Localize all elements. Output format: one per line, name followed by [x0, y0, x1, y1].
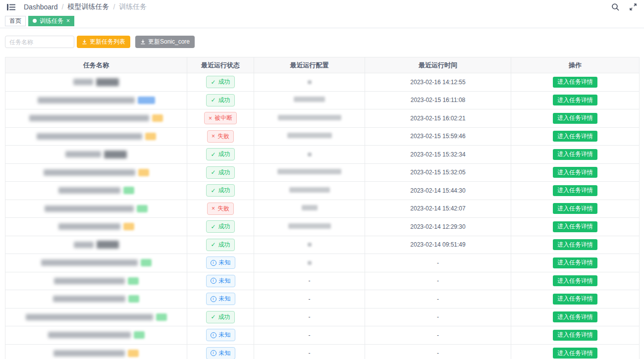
- success-status-icon: ✓: [211, 187, 215, 194]
- enter-task-details-button[interactable]: 进入任务详情: [553, 311, 597, 322]
- tab-close-icon[interactable]: ×: [66, 18, 70, 24]
- last-run-time: 2023-02-15 16:02:21: [365, 109, 511, 128]
- fullscreen-icon[interactable]: [628, 2, 638, 12]
- column-header-task-name: 任务名称: [5, 57, 187, 73]
- enter-task-details-button[interactable]: 进入任务详情: [553, 239, 597, 250]
- status-label: 失败: [217, 132, 229, 141]
- task-name-search-input[interactable]: [5, 36, 74, 48]
- enter-task-details-button[interactable]: 进入任务详情: [553, 77, 597, 88]
- status-label: 成功: [218, 186, 230, 195]
- redacted-task-name: [37, 133, 142, 140]
- task-tag-green: [156, 313, 167, 321]
- action-cell: 进入任务详情: [511, 127, 640, 146]
- config-cell: [254, 254, 365, 272]
- unknown-status-icon: i: [211, 260, 216, 266]
- enter-task-details-button[interactable]: 进入任务详情: [553, 294, 597, 305]
- breadcrumb-model-training[interactable]: 模型训练任务: [67, 2, 109, 11]
- interrupted-status-icon: ×: [209, 115, 212, 122]
- redacted-task-name: [58, 223, 120, 230]
- search-icon[interactable]: [610, 2, 620, 12]
- status-badge-failed: ×失败: [207, 130, 234, 143]
- unknown-status-icon: i: [211, 278, 216, 284]
- redacted-config: [308, 153, 312, 156]
- last-run-time: -: [365, 326, 511, 345]
- unknown-status-icon: i: [211, 350, 216, 356]
- enter-task-details-button[interactable]: 进入任务详情: [553, 113, 597, 124]
- config-cell: -: [254, 308, 365, 326]
- config-cell: [254, 109, 365, 128]
- update-sonic-core-button[interactable]: 更新Sonic_core: [135, 36, 195, 48]
- update-task-list-button[interactable]: 更新任务列表: [77, 36, 130, 48]
- task-tag-yellow: [128, 350, 139, 357]
- status-cell: ✓成功: [187, 146, 254, 164]
- menu-collapse-icon[interactable]: [6, 2, 16, 12]
- task-name-cell: [5, 254, 187, 272]
- table-row: ✓成功2023-02-15 15:32:34进入任务详情: [5, 146, 640, 164]
- tab-training-tasks[interactable]: 训练任务 ×: [28, 16, 74, 26]
- enter-task-details-button[interactable]: 进入任务详情: [553, 275, 597, 286]
- table-row: i未知--进入任务详情: [5, 326, 640, 345]
- last-run-time: 2023-02-14 09:51:49: [365, 236, 511, 254]
- status-badge-unknown: i未知: [206, 329, 235, 341]
- task-name-cell: [5, 182, 187, 200]
- status-cell: i未知: [187, 290, 254, 308]
- action-cell: 进入任务详情: [511, 200, 640, 218]
- table-row: i未知--进入任务详情: [5, 272, 640, 290]
- status-badge-success: ✓成功: [206, 94, 234, 106]
- task-name-cell: [5, 218, 187, 236]
- column-header-last-run-config: 最近运行配置: [254, 57, 365, 73]
- update-task-list-label: 更新任务列表: [90, 38, 125, 46]
- enter-task-details-button[interactable]: 进入任务详情: [553, 257, 597, 268]
- task-tag-yellow: [138, 169, 149, 176]
- task-name-cell: [5, 272, 187, 290]
- status-cell: ×被中断: [187, 109, 254, 128]
- status-cell: ✓成功: [187, 91, 254, 109]
- enter-task-details-button[interactable]: 进入任务详情: [553, 95, 597, 105]
- download-icon: [140, 39, 146, 45]
- action-cell: 进入任务详情: [511, 308, 640, 326]
- status-cell: ✓成功: [187, 236, 254, 254]
- status-badge-unknown: i未知: [206, 275, 235, 287]
- enter-task-details-button[interactable]: 进入任务详情: [553, 348, 597, 359]
- table-row: i未知--进入任务详情: [5, 344, 640, 359]
- task-name-cell: [5, 290, 187, 308]
- enter-task-details-button[interactable]: 进入任务详情: [553, 221, 597, 232]
- download-icon: [82, 39, 87, 45]
- status-label: 未知: [219, 349, 231, 358]
- action-cell: 进入任务详情: [511, 218, 640, 236]
- status-badge-unknown: i未知: [206, 256, 235, 269]
- success-status-icon: ✓: [211, 313, 215, 320]
- tab-home-label: 首页: [9, 17, 21, 25]
- redacted-task-name: [97, 241, 119, 249]
- action-cell: 进入任务详情: [511, 236, 640, 254]
- success-status-icon: ✓: [211, 223, 215, 230]
- enter-task-details-button[interactable]: 进入任务详情: [553, 185, 597, 196]
- status-cell: i未知: [187, 344, 254, 359]
- redacted-config: [308, 80, 312, 84]
- status-cell: ✓成功: [187, 182, 254, 200]
- enter-task-details-button[interactable]: 进入任务详情: [553, 149, 597, 160]
- redacted-task-name: [65, 151, 101, 157]
- task-tag-green: [137, 205, 148, 212]
- status-badge-unknown: i未知: [206, 293, 235, 305]
- action-cell: 进入任务详情: [511, 254, 640, 272]
- last-run-time: 2023-02-15 16:11:08: [365, 91, 511, 109]
- status-cell: ✓成功: [187, 163, 254, 182]
- tab-home[interactable]: 首页: [5, 16, 26, 26]
- table-row: i未知--进入任务详情: [5, 290, 640, 308]
- config-cell: -: [254, 290, 365, 308]
- enter-task-details-button[interactable]: 进入任务详情: [553, 330, 597, 341]
- unknown-status-icon: i: [211, 332, 216, 338]
- update-sonic-core-label: 更新Sonic_core: [148, 38, 190, 46]
- breadcrumb-dashboard[interactable]: Dashboard: [24, 3, 58, 11]
- status-badge-success: ✓成功: [206, 184, 234, 197]
- task-tag-yellow: [152, 114, 163, 122]
- enter-task-details-button[interactable]: 进入任务详情: [553, 167, 597, 178]
- status-badge-interrupted: ×被中断: [204, 112, 237, 124]
- enter-task-details-button[interactable]: 进入任务详情: [553, 131, 597, 142]
- action-cell: 进入任务详情: [511, 163, 640, 182]
- enter-task-details-button[interactable]: 进入任务详情: [553, 203, 597, 214]
- redacted-config: [277, 169, 341, 174]
- tags-view-bar: 首页 训练任务 ×: [0, 14, 644, 28]
- config-cell: [254, 218, 365, 236]
